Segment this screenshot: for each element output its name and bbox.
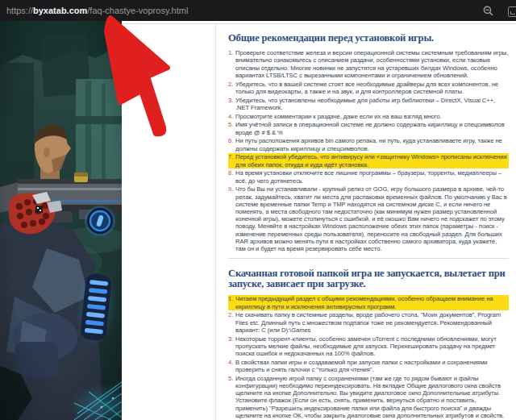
list-item: Иногда созданную игрой папку с сохранени… [228,375,509,419]
section-divider [228,258,509,259]
list-item-highlighted: Перед установкой убедитесь, что антивиру… [228,153,509,168]
section2-heading: Скачанная готовой папкой игра не запуска… [228,268,509,289]
faq-article: Общие рекомендации перед установкой игры… [228,23,509,420]
section1-heading: Общие рекомендации перед установкой игры… [228,33,509,44]
list-item: Убедитесь, что в вашей системе стоят все… [228,81,509,95]
list-item: Проверьте соответствие железа и версии о… [228,49,509,79]
content-left-border [215,23,216,420]
list-item: Ни путь расположения архивов bin самого … [228,137,509,152]
section1-list: Проверьте соответствие железа и версии о… [228,49,509,252]
list-item: Убедитесь, что установлены необходимые д… [228,97,509,111]
url-domain: byxatab.com [33,6,87,15]
list-item-highlighted: Читаем предыдущий раздел с общими рекоме… [228,295,509,310]
list-item: Просмотрите комментарии к раздаче, даже … [228,113,509,120]
list-item: Некоторые торрент-клиенты, особенно заме… [228,335,509,358]
clipped-toolbar-icon[interactable] [508,6,516,17]
section2-list: Читаем предыдущий раздел с общими рекоме… [228,295,509,419]
list-item: Не скачивать папку в системные разделы, … [228,311,509,334]
list-item: На время установки отключите все лишние … [228,169,509,184]
url-scheme: https:// [6,6,33,15]
zoom-out-icon[interactable] [483,6,493,16]
red-arrow-annotation [95,13,179,140]
list-item: Имя учётной записи в операционной систем… [228,121,509,135]
browser-chrome: https://byxatab.com/faq-chastye-voprosy.… [0,0,516,21]
list-item: Что бы Вы ни устанавливали - крупный рел… [228,185,509,252]
list-item: В свойствах папки игры и создаваемой при… [228,359,509,373]
